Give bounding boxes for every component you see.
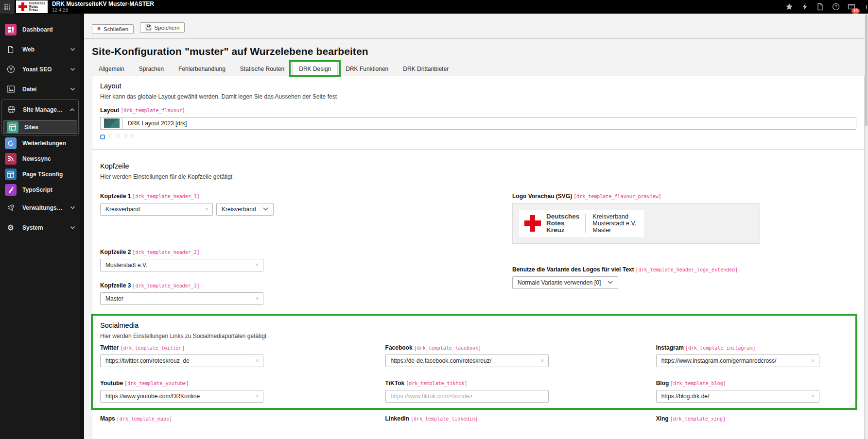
- tab-allgemein[interactable]: Allgemein: [92, 62, 131, 76]
- sidebar-item-system[interactable]: ⚙ System: [0, 218, 80, 237]
- typo3-version: 12.4.28: [52, 7, 154, 13]
- section-description: Hier kann das globale Layout gewählt wer…: [100, 93, 856, 100]
- avatar-partial-icon[interactable]: [863, 3, 867, 11]
- field-key: [drk_template_header_logo_extended]: [636, 267, 738, 272]
- topbar: Deutsches Rotes Kreuz DRK MusterseiteKV …: [0, 0, 868, 14]
- sidebar-item-site-management[interactable]: Site Management: [2, 100, 78, 119]
- kopfzeile2-input-wrap: ×: [100, 259, 263, 271]
- kopfzeile2-input[interactable]: [101, 259, 263, 271]
- topbar-spacer: [154, 0, 785, 14]
- nav-splitter[interactable]: [80, 14, 84, 439]
- sidebar-item-sites[interactable]: Sites: [3, 120, 77, 134]
- layout-thumbnail-4[interactable]: [124, 135, 127, 137]
- tab-sprachen[interactable]: Sprachen: [132, 62, 171, 76]
- svg-text:?: ?: [834, 4, 837, 9]
- logo-divider: [586, 214, 586, 233]
- youtube-input[interactable]: [101, 390, 263, 402]
- kopfzeile1-value-picker[interactable]: Kreisverband: [216, 203, 274, 216]
- select-value: Normale Variante verwenden [0]: [518, 279, 601, 286]
- tab-bar: Allgemein Sprachen Fehlerbehandlung Stat…: [92, 62, 865, 76]
- help-icon[interactable]: ?: [832, 3, 840, 11]
- kopfzeile1-input[interactable]: [101, 203, 212, 215]
- selected-option-thumb: [101, 118, 123, 129]
- sidebar-item-verwaltungswerkzeuge[interactable]: Verwaltungswerkze...: [0, 198, 80, 218]
- save-button[interactable]: Speichern: [140, 22, 185, 33]
- tab-drk-funktionen[interactable]: DRK Funktionen: [339, 62, 395, 76]
- field-key: [drk_template_tiktok]: [406, 381, 467, 386]
- kopfzeile3-input[interactable]: [101, 293, 263, 304]
- twitter-input[interactable]: [101, 355, 263, 367]
- tab-fehlerbehandlung[interactable]: Fehlerbehandlung: [172, 62, 232, 76]
- close-button[interactable]: × Schließen: [92, 24, 134, 34]
- sidebar-item-typoscript[interactable]: TypoScript: [0, 182, 80, 198]
- scrollbar-thumb[interactable]: [865, 15, 868, 126]
- vertical-scrollbar[interactable]: [865, 14, 868, 439]
- field-key: [drk_template_flavour]: [121, 108, 185, 113]
- chevron-down-icon: [70, 87, 75, 91]
- bookmark-star-icon[interactable]: [785, 3, 793, 11]
- rocket-icon: [5, 202, 17, 214]
- clear-icon[interactable]: ×: [255, 262, 259, 268]
- tab-statische-routen[interactable]: Statische Routen: [233, 62, 291, 76]
- layout-thumbnail-drk2023-selected[interactable]: [100, 135, 105, 139]
- sidebar-item-yoast-seo[interactable]: Yoast SEO: [0, 59, 80, 79]
- xing-field: Xing[drk_template_xing]: [656, 415, 856, 425]
- layout-section: Layout Hier kann das globale Layout gewä…: [100, 82, 856, 139]
- clear-icon[interactable]: ×: [255, 393, 259, 399]
- field-key: [drk_template_xing]: [670, 416, 726, 422]
- page-icon: [5, 44, 17, 55]
- tiktok-input[interactable]: [386, 390, 548, 402]
- facebook-input[interactable]: [386, 355, 548, 367]
- field-name: Instagram: [656, 344, 684, 351]
- kopfzeile3-field: Kopfzeile 3[drk_template_header_3] ×: [100, 282, 512, 305]
- sidebar-item-weiterleitungen[interactable]: Weiterleitungen: [0, 135, 80, 151]
- chevron-down-icon: [70, 68, 75, 71]
- kopfzeile2-field: Kopfzeile 2[drk_template_header_2] ×: [100, 249, 512, 271]
- tiktok-input-wrap: [385, 390, 549, 403]
- clear-icon[interactable]: ×: [811, 357, 815, 364]
- kopfzeile1-field: Kopfzeile 1[drk_template_header_1] × Kre…: [100, 193, 512, 216]
- sidebar-item-newssync[interactable]: Newssync: [0, 151, 80, 167]
- layout-field-label: Layout[drk_template_flavour]: [100, 107, 856, 114]
- tab-drk-drittanbieter[interactable]: DRK Drittanbieter: [396, 62, 455, 76]
- sidebar-item-datei[interactable]: Datei: [0, 79, 80, 99]
- field-key: [drk_template_header_3]: [132, 283, 199, 288]
- clear-icon[interactable]: ×: [540, 357, 544, 364]
- field-name: TiKTok: [385, 380, 405, 387]
- clear-icon[interactable]: ×: [811, 393, 815, 399]
- layout-thumbnail-mini: [104, 118, 120, 128]
- logo-variant-select[interactable]: Normale Variante verwenden [0]: [512, 276, 618, 289]
- document-icon[interactable]: [816, 3, 824, 11]
- section-heading: Socialmedia: [100, 321, 856, 329]
- layout-thumbnail-2[interactable]: [109, 135, 112, 137]
- layout-thumbnail-gallery: [100, 135, 856, 139]
- clear-icon[interactable]: ×: [255, 357, 259, 364]
- save-icon: [145, 24, 152, 31]
- tab-drk-design[interactable]: DRK Design: [292, 62, 338, 76]
- page-title: Site-Konfiguration "muster" auf Wurzeleb…: [92, 46, 857, 57]
- layout-selected-option[interactable]: DRK Layout 2023 [drk]: [100, 117, 856, 130]
- sidebar-item-page-tsconfig[interactable]: Page TSconfig: [0, 167, 80, 182]
- layout-thumbnail-3[interactable]: [117, 135, 120, 137]
- blog-input[interactable]: [657, 390, 819, 402]
- sites-icon: [7, 121, 18, 133]
- kopfzeile2-label: Kopfzeile 2[drk_template_header_2]: [100, 249, 512, 255]
- logo-preview-label: Logo Vorschau (SVG)[drk_template_flavour…: [512, 193, 856, 200]
- layout-thumbnail-5[interactable]: [131, 135, 134, 137]
- twitter-field: Twitter[drk_template_twitter] ×: [100, 344, 385, 367]
- field-key: [drk_template_facebook]: [414, 345, 481, 351]
- clear-icon[interactable]: ×: [255, 295, 259, 302]
- drk-logo[interactable]: Deutsches Rotes Kreuz: [16, 0, 48, 13]
- sidebar-item-web[interactable]: Web: [0, 39, 80, 59]
- save-button-label: Speichern: [155, 25, 180, 31]
- module-grid-button[interactable]: [0, 0, 15, 14]
- clear-icon[interactable]: ×: [205, 206, 208, 212]
- instagram-input[interactable]: [657, 355, 819, 367]
- system-information-icon[interactable]: 10: [847, 3, 855, 11]
- field-key: [drk_template_maps]: [117, 416, 172, 422]
- twitter-input-wrap: ×: [100, 355, 263, 367]
- picker-value: Kreisverband: [222, 206, 256, 213]
- clear-cache-bolt-icon[interactable]: [800, 3, 809, 11]
- sidebar-item-label: Datei: [22, 86, 36, 93]
- sidebar-item-dashboard[interactable]: Dashboard: [0, 19, 80, 39]
